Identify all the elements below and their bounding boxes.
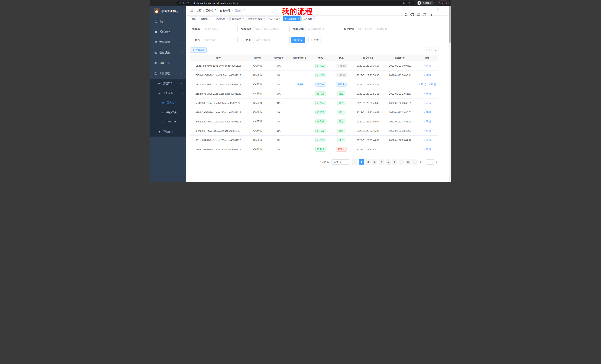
table-row: 819442e8-7b9a-11ec-a290-acde48001122OA 请… bbox=[190, 108, 438, 117]
reload-icon[interactable] bbox=[164, 1, 167, 5]
close-icon[interactable]: × bbox=[263, 18, 265, 20]
detail-link[interactable]: 详情 bbox=[423, 111, 431, 114]
sidebar-item-leave-query[interactable]: 请假查询 bbox=[150, 127, 186, 136]
close-icon[interactable]: × bbox=[211, 18, 212, 20]
result-badge: 通过 bbox=[337, 101, 345, 105]
breadcrumb-item[interactable]: 工作流程 bbox=[206, 9, 216, 12]
tab-process-definition[interactable]: 流程定义× bbox=[199, 17, 214, 21]
cell-result: 已取消 bbox=[331, 70, 352, 80]
chevron-left-icon bbox=[354, 161, 356, 163]
sidebar-item-process-management[interactable]: 流程管理 bbox=[150, 79, 186, 88]
page-scrollbar[interactable] bbox=[449, 6, 451, 182]
hamburger-icon[interactable] bbox=[190, 9, 194, 13]
tab-user-group[interactable]: 用户分组× bbox=[267, 17, 282, 21]
sidebar-item-my-process[interactable]: 我的流程 bbox=[150, 98, 186, 108]
status-badge: 已完成 bbox=[315, 73, 326, 77]
reset-button[interactable]: 重置 bbox=[309, 37, 321, 43]
detail-link[interactable]: 详情 bbox=[423, 120, 431, 123]
table-row: 52ffd28e-7b9a-11ec-a290-acde48001122OA 请… bbox=[190, 126, 438, 135]
sidebar-item-dev-tools[interactable]: 研发工具 bbox=[150, 58, 186, 68]
page-button-11[interactable]: 11 bbox=[406, 159, 411, 164]
sidebar-item-system-management[interactable]: 系统管理 bbox=[150, 27, 186, 37]
sidebar: 芋道管理系统 首页系统管理支付管理基础设施研发工具工作流程流程管理任务管理我的流… bbox=[150, 6, 186, 182]
process-name-input[interactable] bbox=[202, 26, 238, 32]
breadcrumb-item[interactable]: 首页 bbox=[196, 9, 201, 12]
avatar[interactable] bbox=[436, 7, 443, 14]
tab-process-model[interactable]: 流程模型× bbox=[215, 17, 230, 21]
bookmark-star-icon[interactable] bbox=[408, 1, 411, 4]
url-bar[interactable]: 不安全 dashboard.yudao.iocoder.cn/bpm/task/… bbox=[176, 0, 415, 5]
sidebar-item-payment-management[interactable]: 支付管理 bbox=[150, 37, 186, 48]
scrollbar-thumb[interactable] bbox=[449, 6, 451, 43]
detail-link[interactable]: 详情 bbox=[423, 92, 431, 95]
cell-category: OA bbox=[268, 98, 289, 108]
page-button-6[interactable]: 6 bbox=[392, 159, 397, 164]
current-task-link[interactable]: 一级审批 bbox=[295, 83, 305, 86]
sidebar-item-infrastructure[interactable]: 基础设施 bbox=[150, 48, 186, 58]
close-icon[interactable]: × bbox=[242, 18, 244, 20]
page-suffix-label: 页 bbox=[435, 160, 438, 164]
detail-link[interactable]: 详情 bbox=[423, 101, 431, 105]
key-icon[interactable] bbox=[402, 2, 405, 4]
breadcrumb-item[interactable]: 任务管理 bbox=[220, 9, 230, 12]
refresh-table-button[interactable] bbox=[433, 47, 439, 52]
detail-link[interactable]: 详情 bbox=[428, 83, 436, 86]
chevron-down-icon bbox=[181, 52, 183, 54]
chevron-down-icon bbox=[286, 39, 288, 41]
detail-link[interactable]: 详情 bbox=[423, 129, 431, 133]
goto-page-input[interactable] bbox=[426, 159, 434, 164]
close-icon[interactable]: × bbox=[279, 18, 280, 20]
sidebar-item-label: 支付管理 bbox=[159, 41, 170, 44]
page-button-3[interactable]: 3 bbox=[372, 159, 377, 164]
category-select[interactable]: 请选择流程分类 bbox=[306, 26, 341, 32]
tab-start-process[interactable]: 发起流程× bbox=[301, 17, 316, 21]
create-process-button[interactable]: 发起流程 bbox=[190, 48, 207, 53]
show-search-button[interactable] bbox=[426, 47, 432, 52]
cell-id: 3ad174fb-7b9d-11ec-8404-acde48001122 bbox=[190, 61, 247, 70]
page-button-4[interactable]: 4 bbox=[379, 159, 384, 164]
browser-update-button[interactable]: 更新 bbox=[437, 0, 449, 5]
sidebar-item-done-tasks[interactable]: 已办任务 bbox=[150, 117, 186, 127]
prev-page-button[interactable] bbox=[352, 159, 357, 164]
detail-link[interactable]: 详情 bbox=[423, 74, 431, 77]
sidebar-item-label: 工作流程 bbox=[159, 72, 170, 75]
table-row: 67c2eaab-7b9a-11ec-a290-acde48001122OA 请… bbox=[190, 117, 438, 126]
tab-process-form[interactable]: 流程表单× bbox=[230, 17, 245, 21]
detail-link[interactable]: 详情 bbox=[423, 138, 431, 142]
tab-my-process[interactable]: 我的流程× bbox=[283, 16, 300, 21]
cell-category: OA bbox=[268, 89, 289, 98]
parent-process-input[interactable] bbox=[253, 26, 290, 32]
tab-process-form-edit[interactable]: 流程表单-编辑× bbox=[246, 17, 266, 21]
caret-down-icon[interactable] bbox=[446, 10, 448, 12]
cancel-link[interactable]: 取消 bbox=[419, 83, 426, 86]
forward-icon[interactable] bbox=[158, 1, 161, 5]
page-button-5[interactable]: 5 bbox=[386, 159, 391, 164]
close-icon[interactable]: × bbox=[298, 18, 299, 20]
detail-link[interactable]: 详情 bbox=[423, 64, 431, 67]
search-button[interactable]: 搜索 bbox=[291, 37, 305, 43]
result-select[interactable]: 请选择流结果 bbox=[253, 37, 290, 43]
status-select[interactable]: 请选择状态 bbox=[202, 37, 238, 43]
chevron-down-icon bbox=[181, 31, 183, 33]
page-button-1[interactable]: 1 bbox=[359, 159, 364, 164]
page-size-select[interactable]: 10条/页 bbox=[331, 159, 349, 164]
tab-home[interactable]: 首页 bbox=[190, 17, 198, 21]
close-icon[interactable]: × bbox=[313, 18, 315, 20]
detail-link[interactable]: 详情 bbox=[423, 148, 431, 151]
app-logo[interactable]: 芋道管理系统 bbox=[150, 6, 186, 16]
next-page-button[interactable] bbox=[412, 159, 418, 164]
sidebar-item-todo-tasks[interactable]: 待办任务 bbox=[150, 108, 186, 117]
pager-ellipsis[interactable]: ··· bbox=[399, 159, 404, 164]
submit-time-range-picker[interactable]: 开始日期 - 结束日期 bbox=[356, 26, 398, 32]
sidebar-item-home[interactable]: 首页 bbox=[150, 16, 186, 27]
back-icon[interactable] bbox=[152, 1, 156, 5]
sidebar-item-task-management[interactable]: 任务管理 bbox=[150, 88, 186, 98]
page-button-2[interactable]: 2 bbox=[366, 159, 371, 164]
menu-dots-icon[interactable] bbox=[445, 2, 448, 4]
sidebar-item-workflow[interactable]: 工作流程 bbox=[150, 68, 186, 79]
cell-result: 处理中 bbox=[331, 80, 352, 89]
home-icon[interactable] bbox=[169, 1, 172, 5]
cell-submit-time: 2022-01-22 23:46:47 bbox=[352, 108, 384, 117]
cell-category: OA bbox=[268, 135, 289, 145]
close-icon[interactable]: × bbox=[227, 18, 228, 20]
